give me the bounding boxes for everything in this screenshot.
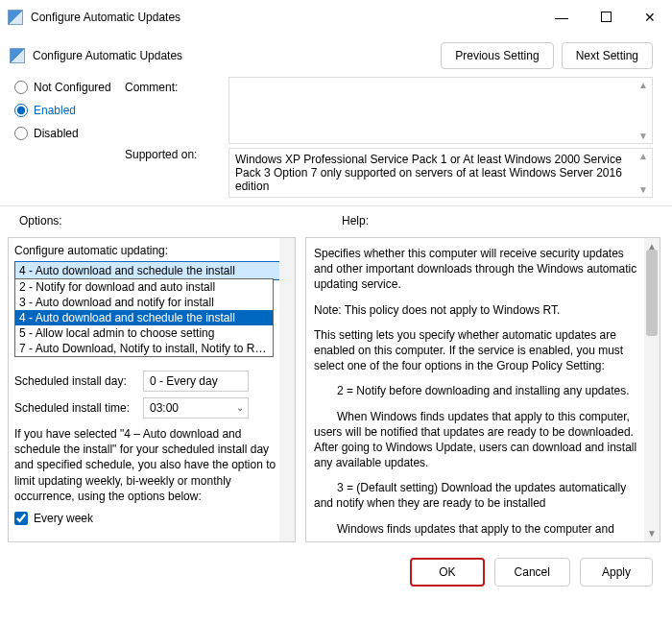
- dropdown-item[interactable]: 5 - Allow local admin to choose setting: [15, 325, 273, 341]
- dropdown-item[interactable]: 3 - Auto download and notify for install: [15, 295, 273, 310]
- scroll-down-icon[interactable]: ▼: [636, 131, 650, 141]
- every-week-checkbox[interactable]: [14, 512, 28, 525]
- dropdown-list: 2 - Notify for download and auto install…: [14, 278, 274, 357]
- maximize-button[interactable]: [584, 0, 628, 35]
- policy-icon: [10, 48, 25, 63]
- chevron-down-icon: ⌄: [236, 402, 244, 413]
- minimize-icon: [555, 10, 568, 25]
- radio-label: Not Configured: [34, 81, 111, 94]
- supported-on-value: Windows XP Professional Service Pack 1 o…: [235, 153, 622, 193]
- radio-input-not-configured[interactable]: [14, 81, 28, 94]
- next-setting-button[interactable]: Next Setting: [562, 42, 653, 69]
- dropdown-item[interactable]: 2 - Notify for download and auto install: [15, 279, 273, 295]
- help-paragraph: Specifies whether this computer will rec…: [314, 246, 640, 293]
- install-day-dropdown[interactable]: 0 - Every day: [143, 371, 249, 392]
- radio-disabled[interactable]: Disabled: [14, 127, 125, 140]
- options-note-text: If you have selected "4 – Auto download …: [14, 426, 289, 504]
- install-time-dropdown[interactable]: 03:00 ⌄: [143, 397, 249, 419]
- scrollbar-thumb[interactable]: [646, 250, 658, 336]
- radio-not-configured[interactable]: Not Configured: [14, 81, 125, 94]
- dropdown-item[interactable]: 7 - Auto Download, Notify to install, No…: [15, 341, 273, 356]
- scroll-up-icon[interactable]: ▲: [636, 80, 650, 90]
- scroll-down-icon[interactable]: ▼: [636, 184, 650, 195]
- help-panel: Specifies whether this computer will rec…: [305, 237, 660, 542]
- radio-label: Disabled: [34, 127, 79, 140]
- policy-icon: [8, 10, 23, 25]
- install-time-value: 03:00: [150, 401, 179, 415]
- help-paragraph: 2 = Notify before downloading and instal…: [314, 383, 640, 398]
- comment-label: Comment:: [125, 77, 221, 144]
- radio-input-enabled[interactable]: [14, 104, 28, 117]
- install-day-value: 0 - Every day: [150, 374, 218, 388]
- supported-on-label: Supported on:: [125, 148, 221, 198]
- install-day-label: Scheduled install day:: [14, 374, 137, 388]
- header-row: Configure Automatic Updates Previous Set…: [0, 35, 672, 77]
- close-icon: [644, 10, 656, 25]
- options-panel: Configure automatic updating: 4 - Auto d…: [8, 237, 296, 542]
- help-scrollbar[interactable]: ▲ ▼: [644, 238, 660, 541]
- every-week-checkbox-row[interactable]: Every week: [14, 512, 289, 525]
- radio-input-disabled[interactable]: [14, 127, 28, 140]
- options-scrollbar[interactable]: [279, 238, 295, 541]
- window-title: Configure Automatic Updates: [31, 11, 180, 24]
- options-label: Options:: [19, 214, 326, 228]
- every-week-label: Every week: [34, 512, 93, 525]
- install-time-label: Scheduled install time:: [14, 401, 137, 415]
- comment-input[interactable]: ▲ ▼: [228, 77, 653, 144]
- previous-setting-button[interactable]: Previous Setting: [441, 42, 553, 69]
- apply-button[interactable]: Apply: [580, 558, 653, 587]
- radio-enabled[interactable]: Enabled: [14, 104, 125, 117]
- header-title: Configure Automatic Updates: [33, 49, 182, 62]
- minimize-button[interactable]: [540, 0, 584, 35]
- radio-label: Enabled: [34, 104, 76, 117]
- help-paragraph: 3 = (Default setting) Download the updat…: [314, 480, 640, 511]
- configure-updating-dropdown[interactable]: 4 - Auto download and schedule the insta…: [14, 261, 289, 280]
- ok-button[interactable]: OK: [410, 558, 484, 587]
- scroll-up-icon[interactable]: ▲: [636, 151, 650, 161]
- help-label: Help:: [342, 214, 369, 228]
- maximize-icon: [601, 12, 612, 22]
- titlebar: Configure Automatic Updates: [0, 0, 672, 35]
- divider: [0, 205, 672, 206]
- cancel-button[interactable]: Cancel: [494, 558, 570, 587]
- help-paragraph: Note: This policy does not apply to Wind…: [314, 302, 640, 318]
- supported-on-text: Windows XP Professional Service Pack 1 o…: [228, 148, 653, 198]
- close-button[interactable]: [628, 0, 672, 35]
- configure-updating-label: Configure automatic updating:: [14, 244, 289, 257]
- scroll-down-icon[interactable]: ▼: [647, 527, 657, 540]
- dropdown-item-selected[interactable]: 4 - Auto download and schedule the insta…: [15, 310, 273, 325]
- dropdown-selected-value: 4 - Auto download and schedule the insta…: [19, 264, 235, 277]
- help-paragraph: When Windows finds updates that apply to…: [314, 409, 640, 471]
- help-paragraph: Windows finds updates that apply to the …: [314, 521, 640, 537]
- help-paragraph: This setting lets you specify whether au…: [314, 327, 640, 374]
